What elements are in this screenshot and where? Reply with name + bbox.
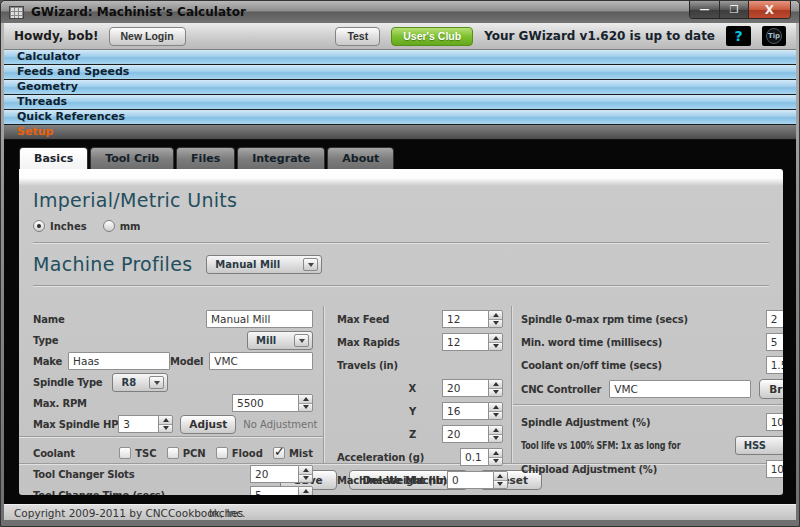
browse-button[interactable]: Browse bbox=[759, 379, 783, 399]
spin-up-icon[interactable] bbox=[159, 416, 172, 424]
content-area: Basics Tool Crib Files Integrate About I… bbox=[4, 140, 796, 504]
spin-up-icon[interactable] bbox=[299, 466, 312, 474]
version-status: Your GWizard v1.620 is up to date bbox=[484, 29, 715, 43]
max-rpm-input[interactable] bbox=[232, 394, 298, 412]
machine-profile-dropdown[interactable]: Manual Mill bbox=[206, 255, 322, 274]
travel-y-input[interactable] bbox=[442, 402, 488, 420]
max-spindle-hp-input[interactable] bbox=[118, 415, 158, 433]
acceleration-spinner bbox=[460, 448, 503, 466]
coolant-mist-checkbox[interactable]: Mist bbox=[273, 447, 313, 459]
spin-up-icon[interactable] bbox=[489, 449, 502, 457]
tab-about[interactable]: About bbox=[327, 147, 394, 169]
spin-down-icon[interactable] bbox=[489, 457, 502, 466]
spindle-0-max-input[interactable] bbox=[766, 310, 783, 328]
min-word-time-input[interactable] bbox=[766, 333, 783, 351]
tool-changer-slots-input[interactable] bbox=[250, 465, 298, 483]
menu-item-feeds-and-speeds[interactable]: Feeds and Speeds bbox=[4, 65, 796, 80]
spin-down-icon[interactable] bbox=[299, 403, 312, 412]
spin-down-icon[interactable] bbox=[489, 342, 502, 351]
spin-up-icon[interactable] bbox=[494, 472, 507, 480]
checkbox-icon bbox=[119, 447, 131, 459]
tab-files[interactable]: Files bbox=[176, 147, 235, 169]
model-input[interactable] bbox=[209, 352, 313, 370]
menu-item-calculator[interactable]: Calculator bbox=[4, 50, 796, 65]
form-column-middle: Max Feed Max Rapids bbox=[325, 306, 511, 463]
tool-life-dropdown[interactable]: HSS bbox=[735, 436, 783, 455]
radio-mm[interactable]: mm bbox=[103, 220, 141, 232]
form-column-left: Name Type Mill bbox=[19, 306, 323, 463]
spin-down-icon[interactable] bbox=[489, 434, 502, 443]
travel-y-spinner bbox=[442, 402, 503, 420]
chipload-adjustment-input[interactable] bbox=[766, 460, 783, 478]
tab-basics[interactable]: Basics bbox=[19, 147, 88, 169]
cnc-controller-input[interactable] bbox=[609, 380, 751, 398]
spin-down-icon[interactable] bbox=[159, 424, 172, 433]
adjust-button[interactable]: Adjust bbox=[180, 415, 236, 434]
menu-item-threads[interactable]: Threads bbox=[4, 95, 796, 110]
spindle-type-dropdown[interactable]: R8 bbox=[112, 373, 168, 392]
menu-item-setup[interactable]: Setup bbox=[4, 125, 796, 140]
name-label: Name bbox=[33, 314, 65, 325]
acceleration-input[interactable] bbox=[460, 448, 488, 466]
spin-up-icon[interactable] bbox=[299, 395, 312, 403]
name-input[interactable] bbox=[206, 310, 313, 328]
tab-bar: Basics Tool Crib Files Integrate About bbox=[19, 147, 394, 169]
type-dropdown[interactable]: Mill bbox=[247, 331, 313, 350]
type-label: Type bbox=[33, 335, 58, 346]
machine-profiles-heading: Machine Profiles bbox=[33, 253, 192, 275]
tab-integrate[interactable]: Integrate bbox=[237, 147, 325, 169]
users-club-button[interactable]: User's Club bbox=[391, 27, 473, 46]
menu-item-quick-references[interactable]: Quick References bbox=[4, 110, 796, 125]
max-feed-input[interactable] bbox=[442, 310, 488, 328]
max-rapids-input[interactable] bbox=[442, 333, 488, 351]
max-rapids-label: Max Rapids bbox=[337, 337, 400, 348]
dropdown-arrow-icon bbox=[294, 334, 309, 347]
help-icon[interactable]: ? bbox=[726, 26, 751, 46]
travel-x-label: X bbox=[408, 383, 416, 394]
spin-down-icon[interactable] bbox=[299, 474, 312, 483]
travel-z-input[interactable] bbox=[442, 425, 488, 443]
cnc-controller-label: CNC Controller bbox=[521, 384, 601, 395]
divider bbox=[33, 285, 769, 287]
test-button[interactable]: Test bbox=[335, 27, 380, 46]
tip-icon[interactable]: Tip bbox=[762, 26, 786, 46]
spin-up-icon[interactable] bbox=[489, 426, 502, 434]
travel-x-input[interactable] bbox=[442, 379, 488, 397]
max-rpm-label: Max. RPM bbox=[33, 398, 87, 409]
new-login-button[interactable]: New Login bbox=[109, 27, 186, 46]
radio-inches[interactable]: Inches bbox=[33, 220, 87, 232]
spin-down-icon[interactable] bbox=[489, 411, 502, 420]
max-rpm-spinner bbox=[232, 394, 313, 412]
spin-down-icon[interactable] bbox=[494, 480, 507, 489]
spin-down-icon[interactable] bbox=[489, 319, 502, 328]
machine-weight-label: Machine Weight (lb) bbox=[337, 475, 447, 486]
spin-down-icon[interactable] bbox=[299, 495, 312, 496]
spin-up-icon[interactable] bbox=[299, 487, 312, 495]
machine-weight-input[interactable] bbox=[447, 471, 493, 489]
tool-change-time-input[interactable] bbox=[250, 486, 298, 495]
close-button[interactable]: X bbox=[748, 1, 790, 18]
model-label: Model bbox=[170, 356, 203, 367]
tab-tool-crib[interactable]: Tool Crib bbox=[90, 147, 174, 169]
spin-up-icon[interactable] bbox=[489, 403, 502, 411]
spin-up-icon[interactable] bbox=[489, 334, 502, 342]
spin-up-icon[interactable] bbox=[489, 380, 502, 388]
coolant-label: Coolant bbox=[33, 448, 75, 459]
title-bar: GWizard: Machinist's Calculator — ❐ X bbox=[1, 1, 799, 23]
maximize-button[interactable]: ❐ bbox=[719, 1, 748, 18]
spin-down-icon[interactable] bbox=[489, 388, 502, 397]
coolant-flood-checkbox[interactable]: Flood bbox=[216, 447, 263, 459]
spindle-type-label: Spindle Type bbox=[33, 377, 102, 388]
travel-y-label: Y bbox=[409, 406, 416, 417]
coolant-pcn-checkbox[interactable]: PCN bbox=[167, 447, 206, 459]
tool-change-time-spinner bbox=[250, 486, 313, 495]
minimize-button[interactable]: — bbox=[690, 1, 719, 18]
window-title: GWizard: Machinist's Calculator bbox=[31, 5, 246, 19]
coolant-tsc-checkbox[interactable]: TSC bbox=[119, 447, 156, 459]
make-input[interactable] bbox=[68, 352, 170, 370]
travels-label: Travels (in) bbox=[337, 360, 398, 371]
menu-item-geometry[interactable]: Geometry bbox=[4, 80, 796, 95]
coolant-on-off-input[interactable] bbox=[766, 356, 783, 374]
spindle-adjustment-input[interactable] bbox=[766, 413, 783, 431]
spin-up-icon[interactable] bbox=[489, 311, 502, 319]
